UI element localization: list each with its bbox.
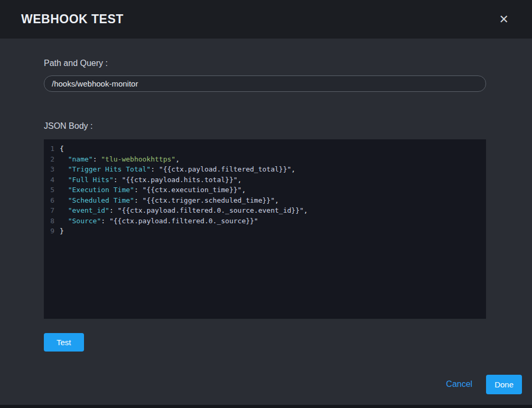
code-line: "Trigger Hits Total": "{{ctx.payload.fil…: [60, 164, 295, 175]
line-number: 5: [44, 185, 60, 195]
test-button[interactable]: Test: [44, 333, 84, 352]
editor-line: 9}: [44, 226, 486, 236]
path-input[interactable]: [44, 75, 486, 92]
modal-title: WEBHOOK TEST: [21, 12, 124, 26]
bottom-strip: [0, 405, 532, 408]
code-editor[interactable]: 1{2 "name": "tlu-webhookhttps",3 "Trigge…: [44, 139, 486, 319]
line-number: 7: [44, 205, 60, 216]
editor-line: 1{: [44, 144, 486, 154]
modal-header: WEBHOOK TEST ✕: [0, 0, 532, 39]
code-line: "Full Hits": "{{ctx.payload.hits.total}}…: [60, 175, 241, 185]
code-line: "Scheduled Time": "{{ctx.trigger.schedul…: [60, 195, 279, 206]
webhook-test-modal: WEBHOOK TEST ✕ Path and Query : JSON Bod…: [0, 0, 532, 408]
line-number: 1: [44, 144, 60, 154]
editor-line: 6 "Scheduled Time": "{{ctx.trigger.sched…: [44, 195, 486, 206]
close-icon[interactable]: ✕: [497, 12, 511, 27]
editor-line: 7 "event_id": "{{ctx.payload.filtered.0.…: [44, 205, 486, 216]
line-number: 9: [44, 226, 60, 236]
cancel-button[interactable]: Cancel: [446, 379, 472, 389]
modal-body: Path and Query : JSON Body : 1{2 "name":…: [0, 39, 532, 367]
modal-footer: Cancel Done: [0, 367, 532, 405]
path-and-query-label: Path and Query :: [44, 59, 486, 68]
editor-line: 5 "Execution Time": "{{ctx.execution_tim…: [44, 185, 486, 195]
editor-line: 8 "Source": "{{ctx.payload.filtered.0._s…: [44, 216, 486, 226]
code-line: {: [60, 144, 64, 154]
code-line: "name": "tlu-webhookhttps",: [60, 154, 180, 165]
line-number: 4: [44, 175, 60, 185]
editor-line: 2 "name": "tlu-webhookhttps",: [44, 154, 486, 165]
code-line: }: [60, 226, 64, 236]
code-line: "Execution Time": "{{ctx.execution_time}…: [60, 185, 246, 195]
line-number: 3: [44, 164, 60, 175]
line-number: 6: [44, 195, 60, 206]
json-body-label: JSON Body :: [44, 121, 486, 131]
done-button[interactable]: Done: [486, 375, 522, 394]
code-line: "event_id": "{{ctx.payload.filtered.0._s…: [60, 205, 308, 216]
code-line: "Source": "{{ctx.payload.filtered.0._sou…: [60, 216, 258, 226]
line-number: 2: [44, 154, 60, 165]
editor-line: 4 "Full Hits": "{{ctx.payload.hits.total…: [44, 175, 486, 185]
editor-line: 3 "Trigger Hits Total": "{{ctx.payload.f…: [44, 164, 486, 175]
line-number: 8: [44, 216, 60, 226]
